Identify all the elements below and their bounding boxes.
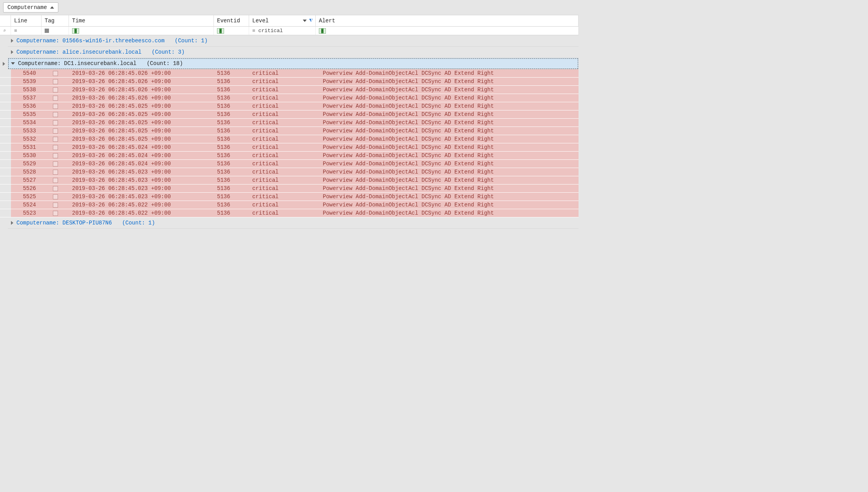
tag-checkbox[interactable]: [53, 203, 58, 208]
header-level[interactable]: Level ⧨: [249, 15, 316, 26]
cell-tag[interactable]: [42, 94, 69, 102]
table-row[interactable]: 55322019-03-26 06:28:45.025 +09:005136cr…: [0, 135, 579, 143]
table-row[interactable]: 55342019-03-26 06:28:45.025 +09:005136cr…: [0, 119, 579, 127]
table-row[interactable]: 55242019-03-26 06:28:45.022 +09:005136cr…: [0, 201, 579, 209]
cell-tag[interactable]: [42, 127, 69, 135]
header-line[interactable]: Line: [11, 15, 42, 26]
tag-checkbox[interactable]: [53, 96, 58, 101]
group-header[interactable]: Computername: 01566s-win16-ir.threebeesc…: [8, 35, 579, 47]
tag-checkbox[interactable]: [53, 71, 58, 76]
header-indent: [0, 15, 11, 26]
cell-line: 5537: [11, 94, 42, 102]
cell-line: 5540: [11, 69, 42, 77]
cell-tag[interactable]: [42, 78, 69, 85]
table-row[interactable]: 55372019-03-26 06:28:45.026 +09:005136cr…: [0, 94, 579, 102]
cell-alert: Powerview Add-DomainObjectAcl DCSync AD …: [316, 184, 579, 192]
group-header[interactable]: Computername: DC1.insecurebank.local(Cou…: [8, 58, 579, 69]
tag-checkbox[interactable]: [53, 170, 58, 175]
cell-tag[interactable]: [42, 102, 69, 110]
cell-tag[interactable]: [42, 176, 69, 184]
filter-line[interactable]: =: [11, 27, 42, 35]
tag-checkbox[interactable]: [53, 112, 58, 117]
cell-tag[interactable]: [42, 152, 69, 159]
cell-line: 5538: [11, 86, 42, 94]
filter-tag[interactable]: [42, 27, 69, 35]
tag-checkbox[interactable]: [53, 161, 58, 166]
cell-alert: Powerview Add-DomainObjectAcl DCSync AD …: [316, 152, 579, 159]
groupby-chip[interactable]: Computername: [3, 2, 58, 13]
row-indent: [0, 110, 11, 118]
row-indent: [0, 209, 11, 217]
cell-line: 5531: [11, 143, 42, 151]
cell-tag[interactable]: [42, 209, 69, 217]
group-count: (Count: 1): [175, 38, 208, 44]
table-row[interactable]: 55402019-03-26 06:28:45.026 +09:005136cr…: [0, 69, 579, 78]
cell-tag[interactable]: [42, 168, 69, 176]
filter-row: ⌕ = A A = critical A: [0, 27, 579, 35]
group-header[interactable]: Computername: DESKTOP-PIU87N6(Count: 1): [8, 217, 579, 229]
cell-level: critical: [249, 176, 316, 184]
row-indent: [0, 94, 11, 102]
tag-checkbox[interactable]: [53, 194, 58, 199]
cell-time: 2019-03-26 06:28:45.026 +09:00: [69, 86, 214, 94]
cell-tag[interactable]: [42, 160, 69, 168]
cell-level: critical: [249, 86, 316, 94]
cell-time: 2019-03-26 06:28:45.023 +09:00: [69, 176, 214, 184]
filter-active-icon[interactable]: ⧨: [309, 18, 313, 24]
cell-tag[interactable]: [42, 86, 69, 94]
cell-tag[interactable]: [42, 110, 69, 118]
table-row[interactable]: 55352019-03-26 06:28:45.025 +09:005136cr…: [0, 110, 579, 119]
cell-tag[interactable]: [42, 135, 69, 143]
cell-level: critical: [249, 69, 316, 77]
header-tag[interactable]: Tag: [42, 15, 69, 26]
row-expand-handle[interactable]: [0, 217, 8, 229]
table-row[interactable]: 55392019-03-26 06:28:45.026 +09:005136cr…: [0, 78, 579, 86]
header-alert[interactable]: Alert: [316, 15, 579, 26]
table-row[interactable]: 55292019-03-26 06:28:45.024 +09:005136cr…: [0, 160, 579, 168]
chevron-down-icon: [11, 62, 15, 65]
group-header[interactable]: Computername: alice.insecurebank.local(C…: [8, 47, 579, 58]
tag-checkbox[interactable]: [53, 79, 58, 84]
cell-line: 5536: [11, 102, 42, 110]
table-row[interactable]: 55362019-03-26 06:28:45.025 +09:005136cr…: [0, 102, 579, 110]
tag-checkbox[interactable]: [53, 153, 58, 158]
filter-alert[interactable]: A: [316, 27, 579, 35]
cell-time: 2019-03-26 06:28:45.024 +09:00: [69, 152, 214, 159]
table-row[interactable]: 55272019-03-26 06:28:45.023 +09:005136cr…: [0, 176, 579, 184]
table-row[interactable]: 55262019-03-26 06:28:45.023 +09:005136cr…: [0, 184, 579, 193]
table-row[interactable]: 55282019-03-26 06:28:45.023 +09:005136cr…: [0, 168, 579, 176]
row-expand-handle[interactable]: [0, 35, 8, 47]
cell-tag[interactable]: [42, 201, 69, 209]
table-row[interactable]: 55382019-03-26 06:28:45.026 +09:005136cr…: [0, 86, 579, 94]
filter-eventid[interactable]: A: [214, 27, 249, 35]
cell-tag[interactable]: [42, 119, 69, 127]
cell-eventid: 5136: [214, 160, 249, 168]
header-eventid[interactable]: Eventid: [214, 15, 249, 26]
cell-tag[interactable]: [42, 143, 69, 151]
tag-checkbox[interactable]: [53, 186, 58, 191]
tag-checkbox[interactable]: [53, 145, 58, 150]
tag-checkbox[interactable]: [53, 120, 58, 125]
filter-level[interactable]: = critical: [249, 27, 316, 35]
tag-checkbox[interactable]: [53, 211, 58, 216]
table-row[interactable]: 55232019-03-26 06:28:45.022 +09:005136cr…: [0, 209, 579, 217]
cell-tag[interactable]: [42, 193, 69, 201]
filter-time[interactable]: A: [69, 27, 214, 35]
table-row[interactable]: 55312019-03-26 06:28:45.024 +09:005136cr…: [0, 143, 579, 152]
tag-checkbox[interactable]: [53, 128, 58, 134]
cell-tag[interactable]: [42, 184, 69, 192]
cell-eventid: 5136: [214, 184, 249, 192]
tag-checkbox[interactable]: [53, 137, 58, 142]
tag-checkbox[interactable]: [53, 87, 58, 92]
table-row[interactable]: 55332019-03-26 06:28:45.025 +09:005136cr…: [0, 127, 579, 135]
row-expand-handle[interactable]: [0, 47, 8, 58]
cell-line: 5535: [11, 110, 42, 118]
cell-tag[interactable]: [42, 69, 69, 77]
table-row[interactable]: 55302019-03-26 06:28:45.024 +09:005136cr…: [0, 152, 579, 160]
row-expand-handle[interactable]: [0, 58, 8, 69]
tag-checkbox[interactable]: [53, 104, 58, 109]
table-row[interactable]: 55252019-03-26 06:28:45.023 +09:005136cr…: [0, 193, 579, 201]
header-time[interactable]: Time: [69, 15, 214, 26]
tag-checkbox[interactable]: [53, 178, 58, 183]
cell-time: 2019-03-26 06:28:45.025 +09:00: [69, 110, 214, 118]
